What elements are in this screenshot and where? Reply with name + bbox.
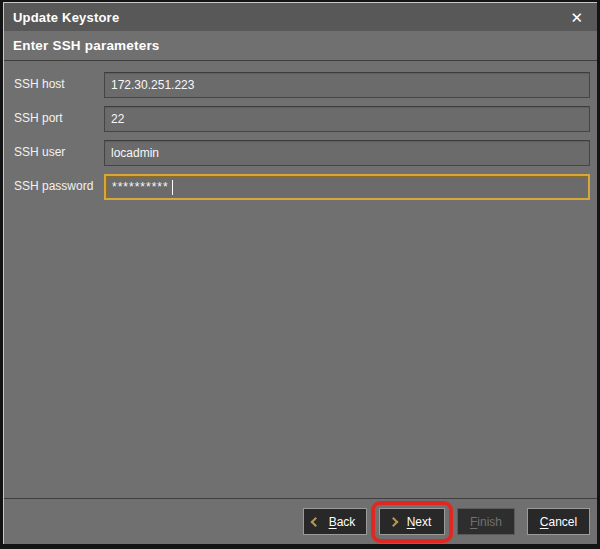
titlebar[interactable]: Update Keystore ✕ (4, 3, 597, 31)
next-button-wrap: Next (379, 508, 445, 535)
ssh-host-label: SSH host (10, 72, 104, 98)
back-button-label: Back (329, 515, 356, 529)
form-row-ssh-password: SSH password (10, 174, 590, 200)
update-keystore-dialog: Update Keystore ✕ Enter SSH parameters S… (0, 0, 600, 549)
ssh-host-field-wrap (104, 72, 590, 98)
finish-button[interactable]: Finish (457, 508, 515, 535)
next-button[interactable]: Next (379, 508, 445, 535)
chevron-right-icon (389, 517, 399, 527)
ssh-password-input[interactable] (104, 174, 590, 200)
ssh-parameters-form: SSH host SSH port SSH user SSH password (4, 61, 597, 498)
form-row-ssh-user: SSH user (10, 140, 590, 166)
cancel-button[interactable]: Cancel (527, 508, 590, 535)
window-title: Update Keystore (13, 10, 119, 25)
cancel-button-label: Cancel (540, 515, 577, 529)
ssh-user-field-wrap (104, 140, 590, 166)
form-row-ssh-host: SSH host (10, 72, 590, 98)
ssh-user-input[interactable] (104, 140, 590, 166)
close-icon[interactable]: ✕ (568, 8, 585, 27)
form-row-ssh-port: SSH port (10, 106, 590, 132)
ssh-password-label: SSH password (10, 174, 104, 200)
finish-button-label: Finish (470, 515, 502, 529)
ssh-password-field-wrap (104, 174, 590, 200)
ssh-port-label: SSH port (10, 106, 104, 132)
ssh-port-input[interactable] (104, 106, 590, 132)
back-button[interactable]: Back (303, 508, 367, 535)
wizard-step-header: Enter SSH parameters (4, 31, 597, 61)
chevron-left-icon (311, 517, 321, 527)
ssh-port-field-wrap (104, 106, 590, 132)
step-title: Enter SSH parameters (13, 38, 160, 53)
next-button-label: Next (407, 515, 432, 529)
wizard-button-bar: Back Next Finish Cancel (4, 498, 597, 544)
dialog-frame: Update Keystore ✕ Enter SSH parameters S… (3, 2, 597, 544)
ssh-user-label: SSH user (10, 140, 104, 166)
ssh-host-input[interactable] (104, 72, 590, 98)
